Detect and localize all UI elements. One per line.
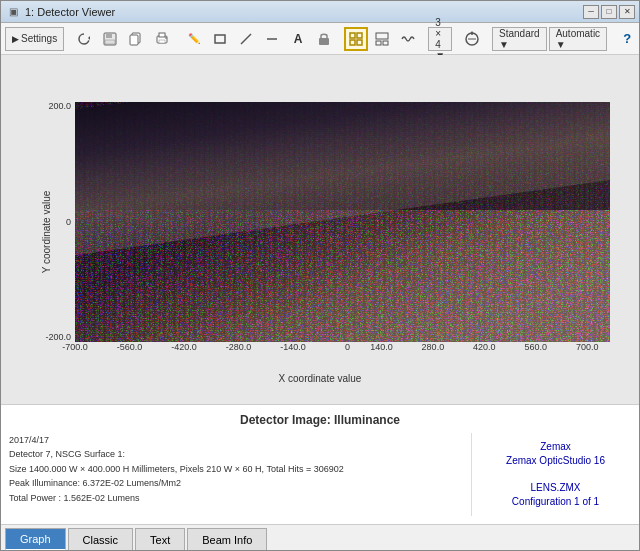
lock-icon xyxy=(318,32,330,46)
title-controls: ─ □ ✕ xyxy=(583,5,635,19)
settings-label: Settings xyxy=(21,33,57,44)
info-line-4: Total Power : 1.562E-02 Lumens xyxy=(9,491,463,505)
info-right-config: LENS.ZMXConfiguration 1 of 1 xyxy=(480,481,631,509)
minus-icon xyxy=(265,32,279,46)
x-tick-7: 280.0 xyxy=(422,342,445,352)
title-bar: ▣ 1: Detector Viewer ─ □ ✕ xyxy=(1,1,639,23)
x-tick-5: 0 xyxy=(345,342,350,352)
refresh-icon xyxy=(77,32,91,46)
toolbar: ▶ Settings xyxy=(1,23,639,55)
tab-bar: Graph Classic Text Beam Info xyxy=(1,524,639,550)
x-axis-label: X coordinate value xyxy=(279,373,362,384)
chart-area: Y coordinate value X coordinate value 20… xyxy=(1,55,639,404)
svg-rect-15 xyxy=(357,33,362,38)
info-line-0: 2017/4/17 xyxy=(9,433,463,447)
svg-rect-17 xyxy=(357,40,362,45)
svg-rect-20 xyxy=(383,41,388,45)
x-tick-0: -700.0 xyxy=(62,342,88,352)
automatic-button[interactable]: Automatic ▼ xyxy=(549,27,607,51)
window-icon: ▣ xyxy=(5,4,21,20)
info-title: Detector Image: Illuminance xyxy=(9,413,631,427)
x-tick-8: 420.0 xyxy=(473,342,496,352)
info-left: 2017/4/17 Detector 7, NSCG Surface 1: Si… xyxy=(9,433,463,516)
x-tick-3: -280.0 xyxy=(226,342,252,352)
tab-text[interactable]: Text xyxy=(135,528,185,550)
svg-rect-16 xyxy=(350,40,355,45)
refresh-button[interactable] xyxy=(72,27,96,51)
grid-icon xyxy=(349,32,363,46)
svg-rect-13 xyxy=(319,38,329,45)
rectangle-button[interactable] xyxy=(208,27,232,51)
info-right: ZemaxZemax OpticStudio 16 LENS.ZMXConfig… xyxy=(471,433,631,516)
save-button[interactable] xyxy=(98,27,122,51)
info-right-zemax: ZemaxZemax OpticStudio 16 xyxy=(480,440,631,468)
line-icon xyxy=(239,32,253,46)
grid-size-button[interactable]: 3 × 4 ▼ xyxy=(428,27,452,51)
minimize-button[interactable]: ─ xyxy=(583,5,599,19)
svg-rect-7 xyxy=(159,33,165,37)
tab-classic[interactable]: Classic xyxy=(68,528,133,550)
svg-rect-19 xyxy=(376,41,381,45)
svg-rect-8 xyxy=(159,40,165,43)
y-tick-bot: -200.0 xyxy=(30,333,75,342)
main-content: Y coordinate value X coordinate value 20… xyxy=(1,55,639,524)
detector-image xyxy=(75,102,610,342)
y-tick-mid: 0 xyxy=(30,218,75,227)
x-tick-1: -560.0 xyxy=(117,342,143,352)
help-button[interactable]: ? xyxy=(615,27,639,51)
x-tick-10: 700.0 xyxy=(576,342,599,352)
print-icon xyxy=(155,32,169,46)
grid-view-button[interactable] xyxy=(344,27,368,51)
main-window: ▣ 1: Detector Viewer ─ □ ✕ ▶ Settings xyxy=(0,0,640,551)
svg-rect-14 xyxy=(350,33,355,38)
y-tick-top: 200.0 xyxy=(30,102,75,111)
svg-rect-5 xyxy=(130,35,138,45)
standard-label: Standard ▼ xyxy=(499,28,540,50)
line-button[interactable] xyxy=(234,27,258,51)
x-ticks: -700.0 -560.0 -420.0 -280.0 -140.0 0 140… xyxy=(75,342,610,362)
wave-icon xyxy=(401,32,415,46)
svg-rect-2 xyxy=(106,33,112,38)
copy-icon xyxy=(129,32,143,46)
info-body: 2017/4/17 Detector 7, NSCG Surface 1: Si… xyxy=(9,433,631,516)
info-line-3: Peak Illuminance: 6.372E-02 Lumens/Mm2 xyxy=(9,476,463,490)
x-tick-6: 140.0 xyxy=(370,342,393,352)
layout-icon xyxy=(375,32,389,46)
x-tick-4: -140.0 xyxy=(280,342,306,352)
window-title: 1: Detector Viewer xyxy=(25,6,583,18)
print-button[interactable] xyxy=(150,27,174,51)
save-icon xyxy=(103,32,117,46)
text-button[interactable]: A xyxy=(286,27,310,51)
rotate-button[interactable] xyxy=(460,27,484,51)
standard-button[interactable]: Standard ▼ xyxy=(492,27,547,51)
svg-line-11 xyxy=(241,34,251,44)
x-tick-2: -420.0 xyxy=(171,342,197,352)
svg-marker-0 xyxy=(88,36,90,40)
settings-button[interactable]: ▶ Settings xyxy=(5,27,64,51)
svg-rect-3 xyxy=(105,40,115,44)
chart-container: Y coordinate value X coordinate value 20… xyxy=(30,102,610,362)
info-line-1: Detector 7, NSCG Surface 1: xyxy=(9,447,463,461)
tab-beam-info[interactable]: Beam Info xyxy=(187,528,267,550)
y-ticks: 200.0 0 -200.0 xyxy=(30,102,75,342)
maximize-button[interactable]: □ xyxy=(601,5,617,19)
info-line-2: Size 1400.000 W × 400.000 H Millimeters,… xyxy=(9,462,463,476)
rotate-icon xyxy=(464,31,480,47)
lock-button[interactable] xyxy=(312,27,336,51)
x-tick-9: 560.0 xyxy=(525,342,548,352)
info-panel: Detector Image: Illuminance 2017/4/17 De… xyxy=(1,404,639,524)
rectangle-icon xyxy=(213,32,227,46)
minus-button[interactable] xyxy=(260,27,284,51)
close-button[interactable]: ✕ xyxy=(619,5,635,19)
wave-button[interactable] xyxy=(396,27,420,51)
automatic-label: Automatic ▼ xyxy=(556,28,600,50)
svg-rect-18 xyxy=(376,33,388,39)
grid-size-label: 3 × 4 ▼ xyxy=(435,17,445,61)
chart-plot[interactable] xyxy=(75,102,610,342)
layout-button[interactable] xyxy=(370,27,394,51)
copy-button[interactable] xyxy=(124,27,148,51)
pencil-button[interactable]: ✏️ xyxy=(182,27,206,51)
svg-rect-10 xyxy=(215,35,225,43)
svg-point-9 xyxy=(165,37,167,39)
tab-graph[interactable]: Graph xyxy=(5,528,66,550)
